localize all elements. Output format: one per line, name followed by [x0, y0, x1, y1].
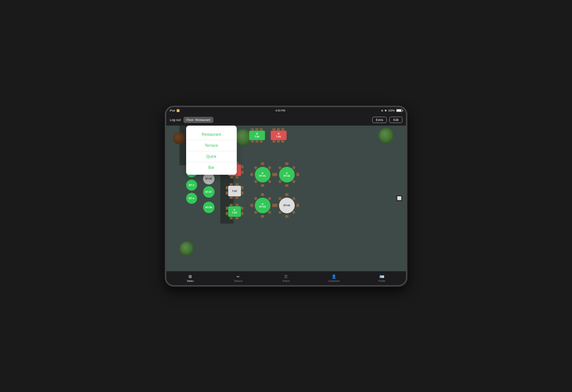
status-left: iPad 📶 — [170, 109, 180, 112]
dropdown-item-terrace[interactable]: Terrace — [186, 140, 237, 151]
floor-selector-button[interactable]: Floor: Restaurant — [183, 117, 213, 123]
table-T-03[interactable]: ⏱ T-03 — [226, 204, 243, 219]
location-icon: ⊕ — [381, 109, 383, 112]
table-T-04[interactable]: ⏱ T-04 — [248, 128, 266, 143]
device-label: iPad — [170, 109, 175, 112]
bottom-nav: ⊞ Tables ➡ Takeout ☰ Orders 👤 Customers … — [166, 271, 406, 285]
nav-item-customers[interactable]: 👤 Customers — [310, 274, 358, 282]
table-RT-01[interactable]: ⏱RT-01 — [252, 164, 273, 185]
ipad-device: iPad 📶 4:43 PM ⊕ ✱ 100% Log out Floor: R… — [165, 106, 407, 286]
dropdown-item-restaurant[interactable]: Restaurant — [186, 129, 237, 140]
nav-item-orders[interactable]: ☰ Orders — [262, 274, 310, 282]
bluetooth-icon: ✱ — [384, 109, 387, 112]
table-T-02[interactable]: T-02 — [226, 183, 243, 199]
dropdown-item-quick[interactable]: Quick — [186, 151, 237, 162]
extra-button[interactable]: Extra — [372, 117, 387, 123]
table-BT-4[interactable]: BT-4 — [186, 193, 197, 204]
status-right: ⊕ ✱ 100% — [381, 109, 402, 112]
customers-icon: 👤 — [332, 274, 336, 279]
nav-label-tables: Tables — [187, 280, 194, 282]
dropdown-item-bar[interactable]: Bar — [186, 162, 237, 173]
logout-button[interactable]: Log out — [170, 118, 181, 122]
side-button — [169, 197, 171, 199]
table-RT-02[interactable]: ⏱RT-02 — [276, 164, 297, 185]
plant-3 — [179, 241, 194, 256]
table-BT-3[interactable]: BT-3 — [186, 180, 197, 191]
home-button[interactable]: ⬜ — [395, 194, 403, 202]
time-display: 4:43 PM — [275, 109, 285, 112]
nav-label-takeout: Takeout — [234, 280, 242, 282]
plant-2 — [378, 128, 394, 143]
profile-icon: 🪪 — [380, 274, 384, 279]
top-nav: Log out Floor: Restaurant Extra Edit — [166, 114, 406, 126]
nav-label-profile: Profile — [378, 280, 385, 282]
table-T-05[interactable]: ⏱ T-05 — [270, 128, 287, 143]
plant-pot-1 — [173, 132, 185, 144]
wifi-icon: 📶 — [176, 109, 180, 112]
status-bar: iPad 📶 4:43 PM ⊕ ✱ 100% — [166, 107, 406, 114]
edit-button[interactable]: Edit — [389, 117, 402, 123]
nav-label-customers: Customers — [328, 280, 340, 282]
table-BT-08[interactable]: BT-08 — [203, 202, 215, 213]
floor-dropdown: Restaurant Terrace Quick Bar — [186, 126, 237, 175]
tables-icon: ⊞ — [189, 274, 192, 279]
nav-item-profile[interactable]: 🪪 Profile — [358, 274, 406, 282]
battery-percent: 100% — [388, 109, 395, 112]
takeout-icon: ➡ — [236, 274, 240, 279]
orders-icon: ☰ — [284, 274, 288, 279]
nav-item-tables[interactable]: ⊞ Tables — [166, 274, 214, 282]
floor-map: ⬜ Restaurant Terrace Quick Bar — [166, 126, 406, 271]
table-BT-07[interactable]: BT-07 — [203, 186, 215, 198]
table-RT-03[interactable]: ⏱RT-03 — [252, 195, 273, 216]
nav-label-orders: Orders — [282, 280, 290, 282]
battery-fill — [397, 110, 401, 112]
nav-item-takeout[interactable]: ➡ Takeout — [214, 274, 262, 282]
table-RT-04[interactable]: RT-04 — [276, 195, 297, 216]
battery-bar — [396, 109, 402, 112]
